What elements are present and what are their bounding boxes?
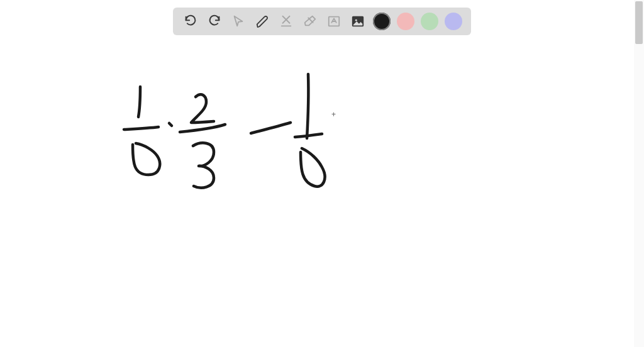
- ink-stroke: [307, 74, 308, 138]
- scrollbar-thumb[interactable]: [635, 1, 643, 44]
- ink-stroke: [180, 124, 225, 132]
- ink-stroke: [193, 143, 214, 187]
- undo-button[interactable]: [182, 13, 199, 30]
- ink-stroke: [124, 127, 158, 129]
- ink-stroke: [301, 148, 325, 187]
- tools-icon: [279, 14, 293, 28]
- pointer-button[interactable]: [230, 13, 247, 30]
- whiteboard-viewport: +: [0, 0, 644, 347]
- svg-line-0: [308, 18, 313, 23]
- drawing-canvas[interactable]: +: [0, 0, 644, 347]
- image-icon: [351, 14, 365, 28]
- text-button[interactable]: [325, 13, 343, 30]
- ink-stroke: [251, 123, 291, 133]
- ink-stroke: [138, 87, 140, 117]
- color-purple[interactable]: [445, 13, 462, 30]
- color-black[interactable]: [373, 13, 391, 30]
- eraser-button[interactable]: [301, 13, 319, 30]
- pen-icon: [255, 14, 269, 28]
- eraser-icon: [303, 14, 317, 28]
- undo-icon: [184, 14, 197, 28]
- tools-button[interactable]: [277, 13, 295, 30]
- text-icon: [327, 14, 341, 28]
- ink-stroke: [169, 123, 172, 126]
- color-green[interactable]: [421, 13, 438, 30]
- vertical-scrollbar[interactable]: [634, 0, 644, 347]
- pointer-icon: [231, 14, 245, 28]
- color-pink[interactable]: [397, 13, 414, 30]
- redo-button[interactable]: [206, 13, 223, 30]
- image-button[interactable]: [349, 13, 367, 30]
- ink-stroke: [191, 94, 214, 123]
- ink-stroke: [133, 143, 160, 175]
- pen-button[interactable]: [253, 13, 271, 30]
- ink-stroke: [295, 134, 322, 137]
- toolbar: [173, 8, 471, 35]
- redo-icon: [208, 14, 221, 28]
- color-palette: [373, 13, 462, 30]
- svg-point-4: [355, 19, 357, 21]
- handwriting-svg: [0, 0, 644, 347]
